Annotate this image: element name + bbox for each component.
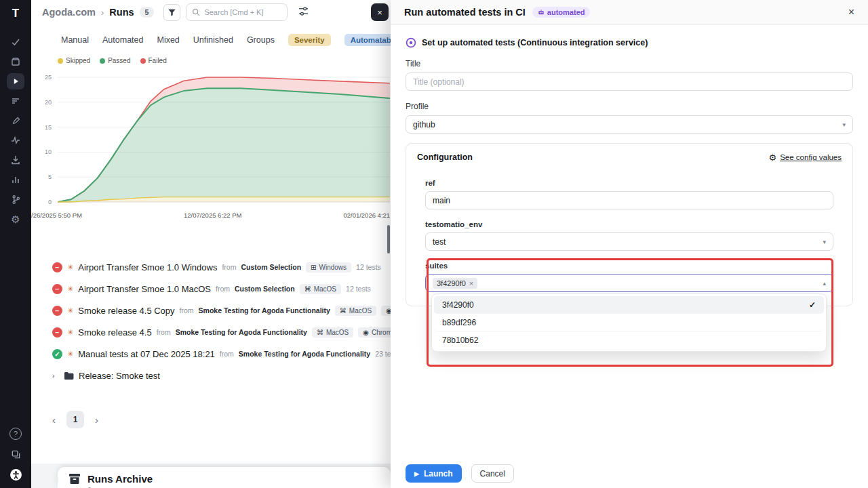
passed-status-icon: ✓ (52, 349, 62, 359)
run-row[interactable]: ✓✳Manual tests at 07 Dec 2025 18:21fromS… (52, 343, 391, 365)
config-head: Configuration ⚙ See config values (417, 152, 842, 162)
robot-icon (538, 9, 545, 16)
breadcrumb-project[interactable]: Agoda.com (42, 7, 96, 18)
help-button[interactable]: ? (7, 426, 24, 442)
run-row[interactable]: −✳Airport Transfer Smoe 1.0 MacOSfromCus… (52, 278, 391, 300)
sidebar-item-pulse[interactable] (7, 132, 24, 148)
option-value: 78b10b62 (442, 336, 478, 345)
folder-icon (64, 371, 74, 380)
option-value: b89df296 (442, 318, 476, 327)
accessibility-button[interactable] (7, 466, 24, 483)
config-panel: Configuration ⚙ See config values ref te… (406, 143, 853, 306)
scrollbar-thumb[interactable] (387, 225, 390, 253)
sidebar-item-branches[interactable] (7, 191, 24, 207)
page-number[interactable]: 1 (66, 411, 84, 428)
search-box[interactable] (186, 3, 288, 21)
y-tick-label: 20 (45, 99, 52, 106)
launch-button[interactable]: ▶ Launch (406, 464, 462, 483)
sidebar-item-editor[interactable] (7, 113, 24, 129)
close-icon: × (377, 7, 382, 18)
filter-button[interactable] (163, 4, 180, 21)
tab-automated[interactable]: Automated (102, 35, 143, 45)
runs-archive-card[interactable]: Runs Archive 0 runs (58, 467, 391, 488)
run-row[interactable]: −✳Smoke release 4.5 CopyfromSmoke Testin… (52, 300, 391, 321)
suite-tag-value: 3f4290f0 (437, 279, 466, 287)
run-tests-count: 12 tests (346, 285, 371, 293)
cancel-button[interactable]: Cancel (471, 464, 514, 483)
prev-page-button[interactable]: ‹ (52, 414, 56, 426)
page-title: Runs (109, 7, 134, 18)
search-input[interactable] (204, 8, 279, 16)
ref-input[interactable] (425, 191, 833, 209)
run-source: Smoke Testing for Agoda Functionality (176, 328, 307, 336)
run-row[interactable]: −✳Smoke release 4.5fromSmoke Testing for… (52, 321, 391, 343)
folder-row[interactable]: ›Release: Smoke test (52, 365, 391, 386)
sidebar-item-suites[interactable] (7, 54, 24, 70)
chart-legend: Skipped Passed Failed (58, 57, 167, 64)
chrome-icon: ◉ (386, 307, 391, 314)
run-name[interactable]: Airport Transfer Smoe 1.0 MacOS (78, 284, 211, 294)
app: T (0, 0, 868, 488)
tab-groups[interactable]: Groups (247, 35, 275, 45)
sidebar-item-import[interactable] (7, 152, 24, 168)
next-page-button[interactable]: › (95, 414, 98, 426)
runs-count-badge: 5 (140, 7, 155, 18)
run-row[interactable]: −✳Airport Transfer Smoe 1.0 WindowsfromC… (52, 256, 391, 278)
chevron-down-icon: ▾ (842, 121, 846, 128)
run-name[interactable]: Smoke release 4.5 Copy (78, 306, 174, 316)
spider-icon: ✳ (67, 285, 73, 293)
profile-select[interactable]: github ▾ (406, 115, 853, 134)
env-select[interactable]: test ▾ (425, 232, 833, 251)
section-head: Set up automated tests (Continuous integ… (406, 37, 853, 48)
sidebar-item-settings[interactable]: ⚙ (7, 211, 24, 227)
runs-chart-card: Skipped Passed Failed 0510152025 /26/202… (31, 53, 391, 228)
accessibility-icon (9, 468, 22, 481)
run-name[interactable]: Smoke release 4.5 (78, 327, 151, 338)
suite-option[interactable]: b89df296 (434, 314, 824, 331)
suites-multiselect[interactable]: 3f4290f0 × ▴ (425, 274, 833, 292)
legend-item-skipped: Skipped (58, 57, 90, 64)
sidebar-item-analytics[interactable] (7, 171, 24, 188)
remove-tag-icon[interactable]: × (469, 279, 473, 287)
run-tests-count: 23 tests (375, 350, 391, 358)
app-logo[interactable]: T (7, 5, 24, 22)
gear-icon: ⚙ (11, 214, 20, 224)
pen-icon (11, 116, 21, 126)
copy-button[interactable] (7, 446, 24, 462)
suite-option[interactable]: 78b10b62 (434, 331, 824, 349)
filter-chip-automatable[interactable]: Automatable (344, 34, 391, 46)
automated-badge-label: automated (547, 8, 585, 16)
run-name[interactable]: Airport Transfer Smoe 1.0 Windows (78, 262, 217, 272)
run-from-label: from (222, 263, 236, 271)
breadcrumb-separator: › (101, 7, 104, 18)
sidebar-item-tests[interactable] (7, 34, 24, 50)
windows-icon: ⊞ (311, 264, 316, 271)
tab-unfinished[interactable]: Unfinished (193, 35, 233, 45)
sidebar-item-runs[interactable] (7, 73, 24, 89)
x-tick-label: /26/2025 5:50 PM (31, 211, 82, 219)
play-icon: ▶ (414, 470, 419, 477)
panel-close-button[interactable]: × (371, 3, 389, 21)
sidebar-item-plans[interactable] (7, 93, 24, 109)
spider-icon: ✳ (67, 350, 73, 359)
run-source: Custom Selection (241, 263, 301, 271)
see-config-values-link[interactable]: ⚙ See config values (769, 153, 842, 162)
apple-badge: ⌘MacOS (300, 284, 341, 294)
legend-dot (140, 58, 146, 64)
import-icon (10, 155, 21, 165)
view-settings-button[interactable] (298, 6, 309, 18)
tab-mixed[interactable]: Mixed (157, 35, 179, 45)
tab-manual[interactable]: Manual (61, 35, 89, 45)
drawer-close-button[interactable]: × (848, 6, 854, 18)
suites-label: suites (425, 262, 833, 270)
tabs: ManualAutomatedMixedUnfinishedGroupsSeve… (31, 24, 391, 53)
y-tick-label: 5 (48, 174, 52, 180)
title-input[interactable] (406, 73, 853, 91)
suite-option[interactable]: 3f4290f0✓ (434, 296, 824, 314)
run-from-label: from (220, 350, 234, 358)
env-value: test (433, 237, 446, 247)
filter-chip-severity[interactable]: Severity (288, 34, 331, 46)
run-name[interactable]: Manual tests at 07 Dec 2025 18:21 (78, 349, 215, 359)
chart-icon (10, 174, 21, 185)
chevron-right-icon[interactable]: › (52, 371, 59, 380)
